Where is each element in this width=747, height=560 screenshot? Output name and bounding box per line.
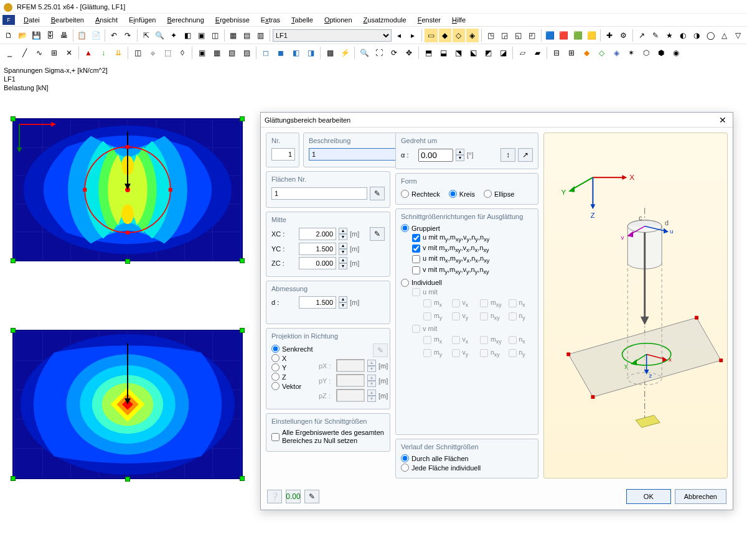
- display-icon[interactable]: ◰: [526, 29, 538, 42]
- solid-icon[interactable]: ▣: [195, 46, 209, 60]
- view-icon[interactable]: ⬕: [466, 46, 480, 60]
- radio-gruppiert[interactable]: Gruppiert: [401, 224, 533, 232]
- check-grp-2[interactable]: v mit mx,mxy,vx,nx,nxy: [412, 244, 533, 253]
- spinner-yc[interactable]: ▴▾: [339, 243, 347, 255]
- menu-fenster[interactable]: Fenster: [413, 15, 446, 25]
- misc-icon[interactable]: 🟥: [558, 29, 570, 42]
- display-icon[interactable]: ◲: [498, 29, 510, 42]
- zoom-icon[interactable]: 🔍: [357, 46, 371, 60]
- result-icon[interactable]: ◇: [453, 29, 465, 42]
- misc-icon[interactable]: △: [718, 29, 731, 42]
- prev-icon[interactable]: ◂: [393, 29, 405, 42]
- misc-icon[interactable]: 🟦: [544, 29, 557, 42]
- redo-icon[interactable]: ↷: [121, 29, 134, 42]
- misc2-icon[interactable]: ⬢: [654, 46, 668, 60]
- undo-icon[interactable]: ↶: [108, 29, 120, 42]
- spinner-d[interactable]: ▴▾: [339, 296, 347, 309]
- radio-kreis[interactable]: Kreis: [449, 190, 475, 198]
- misc-icon[interactable]: ◑: [690, 29, 703, 42]
- input-beschreibung[interactable]: [309, 148, 401, 161]
- draw-icon[interactable]: ∿: [32, 46, 46, 60]
- check-grp-3[interactable]: u mit mx,mxy,vx,nx,nxy: [412, 254, 533, 264]
- save-icon[interactable]: 💾: [30, 29, 42, 42]
- radio-rechteck[interactable]: Rechteck: [401, 190, 440, 198]
- misc2-icon[interactable]: ◇: [594, 46, 608, 60]
- input-yc[interactable]: [299, 243, 336, 255]
- check-zero[interactable]: Alle Ergebniswerte des gesamten Bereiche…: [271, 429, 385, 445]
- menu-extras[interactable]: Extras: [256, 15, 285, 25]
- input-flaechen[interactable]: [271, 187, 367, 200]
- draw-icon[interactable]: ⊞: [47, 46, 61, 60]
- solid-icon[interactable]: ▨: [240, 46, 253, 60]
- box-icon[interactable]: ◻: [259, 46, 273, 60]
- misc-icon[interactable]: ✎: [649, 29, 662, 42]
- spinner-zc[interactable]: ▴▾: [339, 257, 347, 269]
- load-icon[interactable]: ↓: [96, 46, 110, 60]
- misc2-icon[interactable]: ◆: [580, 46, 593, 60]
- input-xc[interactable]: [299, 228, 336, 240]
- misc-icon[interactable]: 🟩: [571, 29, 584, 42]
- input-zc[interactable]: [299, 257, 336, 269]
- menu-ansicht[interactable]: Ansicht: [90, 15, 123, 25]
- loadcase-combo[interactable]: LF1: [273, 29, 392, 42]
- radio-vektor[interactable]: Vektor: [271, 382, 315, 390]
- box-icon[interactable]: ◧: [289, 46, 303, 60]
- solid-icon[interactable]: ▧: [225, 46, 238, 60]
- misc2-icon[interactable]: ✶: [624, 46, 638, 60]
- render-icon[interactable]: ▰: [530, 46, 544, 60]
- elem-icon[interactable]: ⬚: [161, 46, 174, 60]
- menu-zusatzmodule[interactable]: Zusatzmodule: [359, 15, 411, 25]
- pan-icon[interactable]: ✥: [402, 46, 416, 60]
- display-icon[interactable]: ◱: [512, 29, 524, 42]
- edit-icon[interactable]: ✎: [304, 490, 319, 503]
- misc-icon[interactable]: ▽: [732, 29, 745, 42]
- table-icon[interactable]: ▦: [227, 29, 239, 42]
- rotate-icon[interactable]: ⟳: [387, 46, 401, 60]
- radio-z[interactable]: Z: [271, 373, 315, 381]
- menu-einfuegen[interactable]: Einfügen: [124, 15, 161, 25]
- view-icon[interactable]: ⬒: [421, 46, 435, 60]
- copy-icon[interactable]: 📋: [76, 29, 88, 42]
- menu-tabelle[interactable]: Tabelle: [286, 15, 318, 25]
- rotate-tool2-icon[interactable]: ↗: [518, 148, 533, 162]
- menu-datei[interactable]: Datei: [19, 15, 45, 25]
- box-icon[interactable]: ◨: [304, 46, 317, 60]
- tool-icon[interactable]: ▣: [195, 29, 207, 42]
- display-icon[interactable]: ◳: [484, 29, 497, 42]
- radio-verlauf-alle[interactable]: Durch alle Flächen: [401, 454, 533, 462]
- misc2-icon[interactable]: ⬡: [639, 46, 653, 60]
- view-icon[interactable]: ◩: [481, 46, 495, 60]
- new-icon[interactable]: 🗋: [2, 29, 15, 42]
- box-icon[interactable]: ◼: [274, 46, 288, 60]
- view-icon[interactable]: ◪: [496, 46, 510, 60]
- load-icon[interactable]: ⇊: [111, 46, 125, 60]
- result-icon[interactable]: ◈: [466, 29, 479, 42]
- misc-icon[interactable]: ⚙: [617, 29, 629, 42]
- support-icon[interactable]: ▲: [82, 46, 95, 60]
- menu-ergebnisse[interactable]: Ergebnisse: [210, 15, 255, 25]
- radio-y[interactable]: Y: [271, 363, 315, 371]
- solid-icon[interactable]: ▦: [210, 46, 223, 60]
- zoom-fit-icon[interactable]: ⛶: [372, 46, 386, 60]
- cancel-button[interactable]: Abbrechen: [675, 489, 726, 504]
- menu-optionen[interactable]: Optionen: [319, 15, 357, 25]
- select-icon[interactable]: ⇱: [139, 29, 152, 42]
- elem-icon[interactable]: ⟐: [146, 46, 159, 60]
- check-grp-4[interactable]: v mit my,mxy,vy,ny,nxy: [412, 266, 533, 275]
- close-icon[interactable]: ✕: [716, 114, 729, 126]
- misc-icon[interactable]: ★: [663, 29, 675, 42]
- menu-hilfe[interactable]: Hilfe: [447, 15, 471, 25]
- radio-senkrecht[interactable]: Senkrecht: [271, 345, 315, 353]
- view-icon[interactable]: ⬔: [451, 46, 465, 60]
- save-all-icon[interactable]: 🗄: [44, 29, 57, 42]
- rotate-tool-icon[interactable]: ↕: [500, 148, 515, 162]
- menu-berechnung[interactable]: Berechnung: [162, 15, 209, 25]
- result-icon[interactable]: ◆: [439, 29, 451, 42]
- result-icon[interactable]: ▭: [425, 29, 437, 42]
- check-grp-1[interactable]: u mit my,mxy,vy,ny,nxy: [412, 233, 533, 243]
- spinner-xc[interactable]: ▴▾: [339, 228, 347, 240]
- find-icon[interactable]: 🔍: [154, 29, 166, 42]
- render-icon[interactable]: ▱: [515, 46, 529, 60]
- radio-individuell[interactable]: Individuell: [401, 279, 533, 287]
- mesh-icon[interactable]: ▩: [323, 46, 337, 60]
